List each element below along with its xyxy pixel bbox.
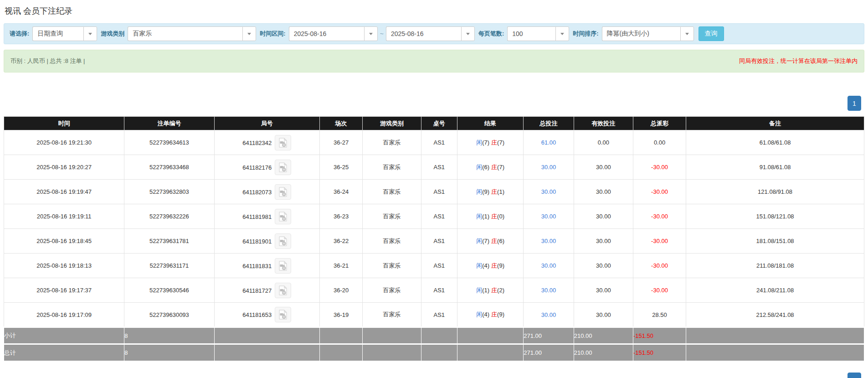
total-total-bet: 271.00 [524, 344, 574, 361]
video-replay-button[interactable] [275, 258, 291, 274]
col-header-table-no: 桌号 [421, 117, 457, 130]
date-to-caret-button[interactable] [461, 26, 475, 41]
cell-remark: 241.08/211.08 [686, 278, 864, 303]
summary-bar: 币别 : 人民币 | 总共 :8 注单 | 同局有效投注，统一计算在该局第一张注… [4, 50, 864, 72]
time-sort-dropdown[interactable]: 降冪(由大到小) [602, 26, 694, 41]
round-no-text: 641182342 [242, 139, 272, 146]
video-replay-icon [278, 236, 288, 246]
video-replay-icon [278, 212, 288, 222]
result-player-score: (4) [482, 311, 489, 318]
page-size-dropdown[interactable]: 100 [507, 26, 569, 41]
result-player-label: 闲 [476, 311, 482, 318]
query-type-dropdown[interactable]: 日期查询 [32, 26, 97, 41]
cell-game-type: 百家乐 [363, 229, 421, 254]
cell-valid-bet: 30.00 [574, 229, 633, 254]
cell-bet-no: 522739633468 [124, 155, 214, 180]
total-valid-bet: 210.00 [574, 344, 633, 361]
cell-game-type: 百家乐 [363, 303, 421, 327]
result-player-score: (1) [482, 213, 489, 220]
page-size-caret-button[interactable] [555, 26, 569, 41]
round-no-text: 641181831 [242, 262, 272, 269]
cell-session: 36-23 [319, 204, 362, 229]
chevron-down-icon [88, 33, 92, 35]
game-type-dropdown[interactable]: 百家乐 [128, 26, 256, 41]
total-row: 总计 8 271.00 210.00 -151.50 [4, 344, 864, 361]
cell-remark: 61.08/61.08 [686, 130, 864, 155]
result-banker-label: 庄 [491, 164, 497, 171]
cell-table-no: AS1 [421, 229, 457, 254]
date-from-caret-button[interactable] [364, 26, 378, 41]
video-replay-button[interactable] [275, 209, 291, 224]
result-player-score: (9) [482, 188, 489, 195]
result-banker-label: 庄 [491, 139, 497, 146]
result-banker-score: (9) [497, 262, 504, 269]
total-bet-link[interactable]: 30.00 [541, 238, 556, 244]
total-bet-link[interactable]: 30.00 [541, 188, 556, 195]
cell-table-no: AS1 [421, 204, 457, 229]
subtotal-count: 8 [124, 327, 214, 344]
cell-game-type: 百家乐 [363, 180, 421, 204]
game-type-label: 游戏类别 [101, 30, 124, 38]
date-to-dropdown[interactable]: 2025-08-16 [386, 26, 475, 41]
video-replay-button[interactable] [275, 307, 291, 322]
result-player-label: 闲 [476, 188, 482, 195]
chevron-down-icon [369, 33, 373, 35]
total-bet-link[interactable]: 30.00 [541, 262, 556, 269]
round-no-text: 641181727 [242, 287, 272, 294]
currency-total-text: 币别 : 人民币 | 总共 :8 注单 | [10, 57, 85, 65]
page-1-button-bottom[interactable]: 1 [847, 373, 861, 378]
video-replay-button[interactable] [275, 184, 291, 200]
subtotal-valid-bet: 210.00 [574, 327, 633, 344]
video-replay-button[interactable] [275, 135, 291, 150]
total-bet-link[interactable]: 30.00 [541, 287, 556, 294]
col-header-session: 场次 [319, 117, 362, 130]
query-type-caret-button[interactable] [83, 26, 97, 41]
filter-bar: 请选择: 日期查询 游戏类别 百家乐 时间区间: 2025-08-16 ~ 20… [4, 23, 864, 44]
game-type-caret-button[interactable] [242, 26, 256, 41]
video-replay-icon [278, 162, 288, 172]
cell-remark: 212.58/241.08 [686, 303, 864, 327]
cell-game-type: 百家乐 [363, 155, 421, 180]
cell-time: 2025-08-16 19:18:13 [4, 254, 124, 278]
total-bet-link[interactable]: 30.00 [541, 311, 556, 318]
date-from-dropdown[interactable]: 2025-08-16 [289, 26, 378, 41]
cell-table-no: AS1 [421, 278, 457, 303]
col-header-round-no: 局号 [214, 117, 319, 130]
chevron-down-icon [466, 33, 470, 35]
result-player-score: (6) [482, 164, 489, 171]
cell-remark: 181.08/151.08 [686, 229, 864, 254]
cell-bet-no: 522739631781 [124, 229, 214, 254]
cell-valid-bet: 30.00 [574, 278, 633, 303]
page-1-button[interactable]: 1 [847, 96, 861, 111]
chevron-down-icon [247, 33, 251, 35]
cell-game-type: 百家乐 [363, 278, 421, 303]
video-replay-icon [278, 261, 288, 271]
video-replay-button[interactable] [275, 233, 291, 249]
cell-payout: -30.00 [633, 229, 686, 254]
total-bet-link[interactable]: 30.00 [541, 213, 556, 220]
cell-valid-bet: 30.00 [574, 254, 633, 278]
total-bet-link[interactable]: 30.00 [541, 164, 556, 171]
cell-remark: 91.08/61.08 [686, 155, 864, 180]
result-banker-label: 庄 [491, 213, 497, 220]
result-player-score: (7) [482, 139, 489, 146]
cell-total-bet: 30.00 [524, 180, 574, 204]
cell-session: 36-24 [319, 180, 362, 204]
round-no-text: 641181981 [242, 213, 272, 220]
valid-bet-note: 同局有效投注，统一计算在该局第一张注单内 [739, 57, 858, 65]
table-row: 2025-08-16 19:20:27 522739633468 6411821… [4, 155, 864, 180]
cell-payout: -30.00 [633, 278, 686, 303]
time-sort-caret-button[interactable] [680, 26, 694, 41]
cell-bet-no: 522739630546 [124, 278, 214, 303]
cell-remark: 211.08/181.08 [686, 254, 864, 278]
total-bet-link[interactable]: 61.00 [541, 139, 556, 146]
cell-remark: 121.08/91.08 [686, 180, 864, 204]
video-replay-button[interactable] [275, 160, 291, 175]
col-header-time: 时间 [4, 117, 124, 130]
cell-session: 36-19 [319, 303, 362, 327]
video-replay-button[interactable] [275, 283, 291, 298]
col-header-remark: 备注 [686, 117, 864, 130]
table-row: 2025-08-16 19:17:37 522739630546 6411817… [4, 278, 864, 303]
query-button[interactable]: 查询 [699, 26, 724, 41]
page-root: 视讯 会员下注纪录 请选择: 日期查询 游戏类别 百家乐 时间区间: 2025-… [0, 0, 868, 378]
